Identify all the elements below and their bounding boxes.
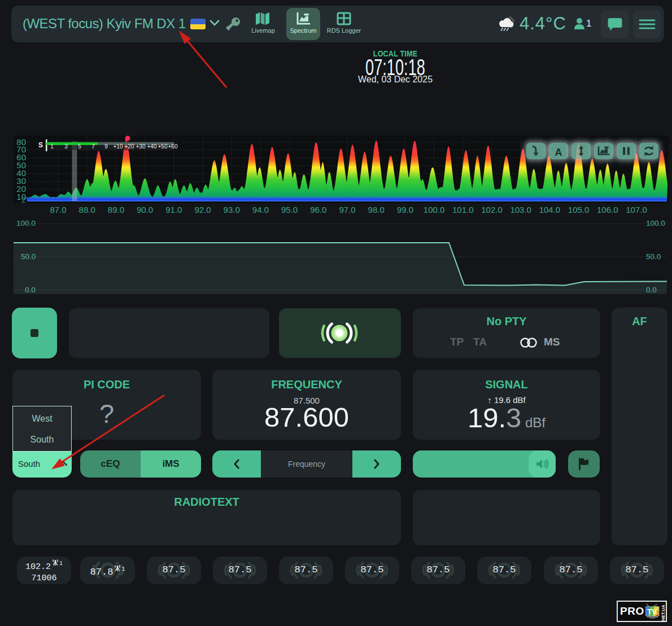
svg-text:102.0: 102.0 [481, 205, 503, 214]
svg-text:95.0: 95.0 [281, 205, 298, 214]
svg-text:100.0: 100.0 [424, 205, 445, 214]
svg-text:107.0: 107.0 [626, 205, 647, 214]
svg-text:+40: +40 [147, 143, 157, 150]
svg-text:105.0: 105.0 [568, 205, 590, 214]
svg-text:91.0: 91.0 [165, 205, 182, 214]
svg-text:5: 5 [78, 143, 81, 150]
svg-text:3: 3 [64, 143, 68, 150]
svg-text:A: A [555, 147, 562, 158]
svg-text:TV: TV [647, 607, 657, 616]
svg-text:+30: +30 [136, 143, 146, 150]
svg-text:101.0: 101.0 [452, 205, 474, 214]
svg-text:+60: +60 [168, 143, 178, 150]
svg-text:98.0: 98.0 [368, 205, 385, 214]
svg-text:S: S [38, 141, 43, 149]
svg-text:1: 1 [50, 143, 54, 150]
svg-text:99.0: 99.0 [397, 205, 413, 214]
svg-text:9: 9 [104, 143, 108, 150]
svg-text:96.0: 96.0 [310, 205, 326, 214]
svg-text:+20: +20 [125, 143, 134, 150]
svg-text:106.0: 106.0 [597, 205, 618, 214]
svg-text:94.0: 94.0 [252, 205, 269, 214]
svg-text:87.0: 87.0 [50, 205, 66, 214]
svg-text:104.0: 104.0 [539, 205, 561, 214]
svg-text:+10: +10 [114, 143, 123, 150]
svg-text:93.0: 93.0 [224, 205, 240, 214]
svg-text:+50: +50 [158, 143, 168, 150]
svg-text:88.0: 88.0 [79, 205, 95, 214]
svg-text:2: 2 [21, 195, 26, 204]
svg-text:97.0: 97.0 [339, 205, 355, 214]
svg-text:103.0: 103.0 [510, 205, 531, 214]
svg-text:89.0: 89.0 [108, 205, 124, 214]
svg-text:90.0: 90.0 [137, 205, 153, 214]
svg-text:7: 7 [91, 143, 95, 150]
svg-text:92.0: 92.0 [194, 205, 211, 214]
